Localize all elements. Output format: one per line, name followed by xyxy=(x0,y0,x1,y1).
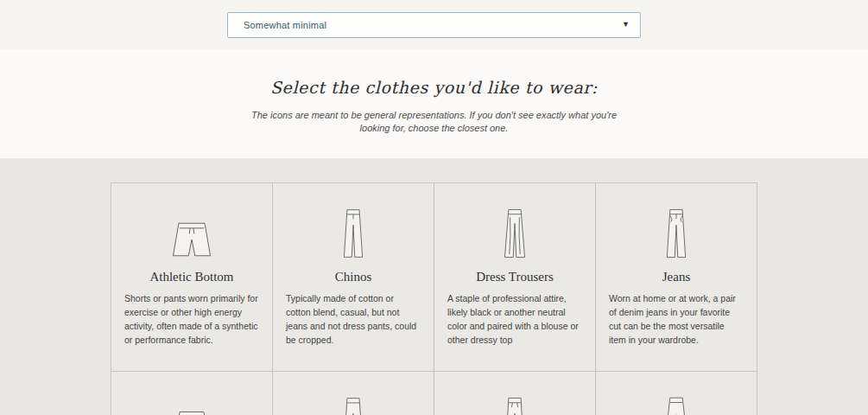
joggers-icon xyxy=(501,394,529,415)
clothes-grid-section: Athletic Bottom Shorts or pants worn pri… xyxy=(0,158,868,415)
card-row2-2[interactable] xyxy=(273,372,434,415)
chevron-down-icon: ▼ xyxy=(622,21,630,29)
clothes-grid: Athletic Bottom Shorts or pants worn pri… xyxy=(111,182,757,415)
card-row2-1[interactable] xyxy=(111,372,273,415)
card-description: Shorts or pants worn primarily for exerc… xyxy=(111,291,272,347)
card-row2-3[interactable] xyxy=(434,372,596,415)
page-subtitle: The icons are meant to be general repres… xyxy=(249,109,620,135)
jeans-icon xyxy=(662,206,690,261)
dress-trousers-icon xyxy=(501,206,529,261)
athletic-shorts-icon xyxy=(166,206,218,261)
card-title: Dress Trousers xyxy=(476,270,554,284)
card-description: A staple of professional attire, likely … xyxy=(434,291,595,347)
card-dress-trousers[interactable]: Dress Trousers A staple of professional … xyxy=(434,183,596,372)
card-description: Typically made of cotton or cotton blend… xyxy=(273,291,434,347)
wide-leg-pants-icon xyxy=(661,394,692,415)
card-title: Jeans xyxy=(662,270,691,284)
chinos-icon xyxy=(340,206,366,261)
intro-section: Select the clothes you'd like to wear: T… xyxy=(0,49,868,158)
card-jeans[interactable]: Jeans Worn at home or at work, a pair of… xyxy=(596,183,757,372)
card-row2-4[interactable] xyxy=(596,372,757,415)
style-select[interactable]: Somewhat minimal ▼ xyxy=(227,12,641,38)
straight-pants-icon xyxy=(340,394,366,415)
card-chinos[interactable]: Chinos Typically made of cotton or cotto… xyxy=(273,183,434,372)
card-title: Athletic Bottom xyxy=(149,270,233,284)
bermuda-shorts-icon xyxy=(169,394,214,415)
top-bar: Somewhat minimal ▼ xyxy=(0,0,868,49)
card-description: Worn at home or at work, a pair of denim… xyxy=(596,291,757,347)
card-title: Chinos xyxy=(335,270,372,284)
style-select-value: Somewhat minimal xyxy=(244,20,326,30)
page-title: Select the clothes you'd like to wear: xyxy=(0,78,868,97)
card-athletic-bottom[interactable]: Athletic Bottom Shorts or pants worn pri… xyxy=(111,183,273,372)
